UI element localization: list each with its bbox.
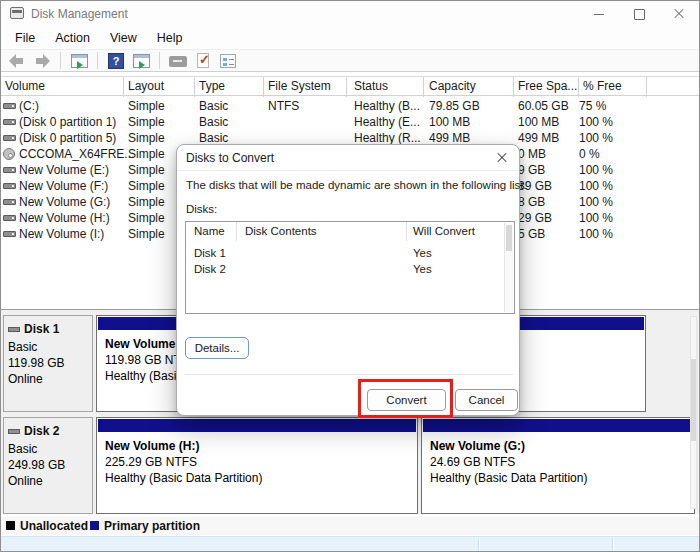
properties-icon[interactable]	[218, 51, 238, 70]
column-divider[interactable]	[578, 77, 579, 97]
action-pane-icon[interactable]	[131, 51, 151, 70]
cell-volume: New Volume (G:)	[19, 194, 110, 210]
column-header-type[interactable]: Type	[199, 77, 225, 96]
cell-type: Basic	[199, 98, 228, 114]
volume-status: Healthy (Basic Data Partition)	[105, 471, 262, 485]
table-row[interactable]: (Disk 0 partition 1) Simple Basic Health…	[1, 114, 699, 130]
column-header-layout[interactable]: Layout	[128, 77, 164, 96]
drive-icon	[3, 167, 16, 173]
cell-pctfree: 100 %	[579, 194, 613, 210]
volume-size: 24.69 GB NTFS	[430, 455, 515, 469]
popup-menu-icon[interactable]	[168, 51, 188, 70]
task-check-icon[interactable]	[193, 51, 213, 70]
column-divider[interactable]	[346, 77, 347, 97]
minimize-button[interactable]	[579, 1, 619, 27]
column-header-pctfree[interactable]: % Free	[583, 77, 622, 96]
list-header-name[interactable]: Name	[194, 225, 225, 237]
volume-name: New Volume (H:)	[105, 439, 199, 453]
unallocated-swatch	[6, 521, 15, 530]
column-header-filesystem[interactable]: File System	[268, 77, 331, 96]
disk-management-window: Disk Management File Action View Help ? …	[0, 0, 700, 552]
menu-bar: File Action View Help	[1, 27, 699, 49]
app-icon	[10, 7, 24, 19]
console-tree-icon[interactable]	[69, 51, 89, 70]
status-segment	[479, 538, 609, 551]
disk-type: Basic	[8, 442, 37, 456]
disk-icon	[8, 429, 20, 434]
list-header-contents[interactable]: Disk Contents	[245, 225, 317, 237]
details-button[interactable]: Details...	[185, 337, 249, 359]
cell-volume: (Disk 0 partition 5)	[19, 130, 116, 146]
close-button[interactable]	[659, 1, 699, 27]
column-header-volume[interactable]: Volume	[5, 77, 45, 96]
disks-label: Disks:	[186, 203, 217, 215]
forward-icon[interactable]	[32, 51, 52, 70]
disk-name: Disk 2	[24, 424, 59, 438]
cell-layout: Simple	[128, 226, 165, 242]
cell-volume: (C:)	[19, 98, 39, 114]
cell-volume: CCCOMA_X64FRE...	[19, 146, 134, 162]
scrollbar-thumb[interactable]	[506, 225, 512, 251]
maximize-button[interactable]	[619, 1, 659, 27]
cd-icon	[3, 148, 15, 160]
cell-freespace: 100 MB	[518, 114, 559, 130]
cell-freespace: 5 GB	[518, 226, 545, 242]
column-header-freespace[interactable]: Free Spa...	[518, 77, 577, 96]
cell-pctfree: 100 %	[579, 130, 613, 146]
column-divider[interactable]	[646, 77, 647, 97]
cell-pctfree: 100 %	[579, 210, 613, 226]
disk-name: Disk 1	[24, 322, 59, 336]
cell-name: Disk 2	[194, 263, 226, 275]
primary-partition-stripe	[98, 419, 416, 432]
menu-help[interactable]: Help	[147, 28, 193, 48]
menu-file[interactable]: File	[5, 28, 45, 48]
cell-freespace: 9 GB	[518, 162, 545, 178]
disk-type: Basic	[8, 340, 37, 354]
column-header-status[interactable]: Status	[354, 77, 388, 96]
list-scrollbar[interactable]	[504, 223, 513, 312]
volume-list-header: Volume Layout Type File System Status Ca…	[1, 76, 699, 96]
cell-pctfree: 0 %	[579, 146, 600, 162]
cancel-button[interactable]: Cancel	[455, 389, 518, 411]
cell-freespace: 0 MB	[518, 146, 546, 162]
column-divider[interactable]	[194, 77, 195, 97]
column-divider[interactable]	[513, 77, 514, 97]
cell-pctfree: 100 %	[579, 162, 613, 178]
column-divider[interactable]	[123, 77, 124, 97]
primary-partition-swatch	[90, 521, 99, 530]
disk-status: Online	[8, 474, 43, 488]
cell-willconvert: Yes	[413, 247, 432, 259]
cell-volume: New Volume (E:)	[19, 162, 109, 178]
disk-icon	[8, 327, 20, 332]
column-divider[interactable]	[263, 77, 264, 97]
list-header-willconvert[interactable]: Will Convert	[413, 225, 475, 237]
disk2-card[interactable]: Disk 2 Basic 249.98 GB Online	[3, 417, 93, 514]
cell-filesystem: NTFS	[268, 98, 299, 114]
help-icon[interactable]: ?	[106, 51, 126, 70]
legend: Unallocated Primary partition	[1, 517, 699, 535]
vertical-scrollbar[interactable]	[690, 316, 697, 509]
disk2-volume-g[interactable]: New Volume (G:) 24.69 GB NTFS Healthy (B…	[421, 417, 695, 514]
disks-list: Name Disk Contents Will Convert Disk 1 Y…	[185, 221, 515, 314]
cell-layout: Simple	[128, 178, 165, 194]
volume-name: New Volume (G:)	[430, 439, 525, 453]
menu-view[interactable]: View	[100, 28, 147, 48]
disk1-card[interactable]: Disk 1 Basic 119.98 GB Online	[3, 315, 93, 412]
cell-capacity: 100 MB	[429, 114, 470, 130]
annotation-highlight-box	[358, 379, 453, 418]
menu-action[interactable]: Action	[45, 28, 100, 48]
cell-freespace: 60.05 GB	[518, 98, 569, 114]
cell-willconvert: Yes	[413, 263, 432, 275]
cell-layout: Simple	[128, 98, 165, 114]
dialog-divider	[185, 374, 513, 375]
dialog-close-icon[interactable]	[491, 148, 513, 168]
scrollbar-thumb[interactable]	[691, 359, 696, 441]
legend-label-primary: Primary partition	[104, 519, 200, 533]
back-icon[interactable]	[7, 51, 27, 70]
column-divider[interactable]	[423, 77, 424, 97]
column-header-capacity[interactable]: Capacity	[429, 77, 476, 96]
column-divider	[236, 222, 237, 241]
disk2-volume-h[interactable]: New Volume (H:) 225.29 GB NTFS Healthy (…	[96, 417, 418, 514]
table-row[interactable]: (C:) Simple Basic NTFS Healthy (B... 79.…	[1, 98, 699, 114]
drive-icon	[3, 135, 16, 141]
